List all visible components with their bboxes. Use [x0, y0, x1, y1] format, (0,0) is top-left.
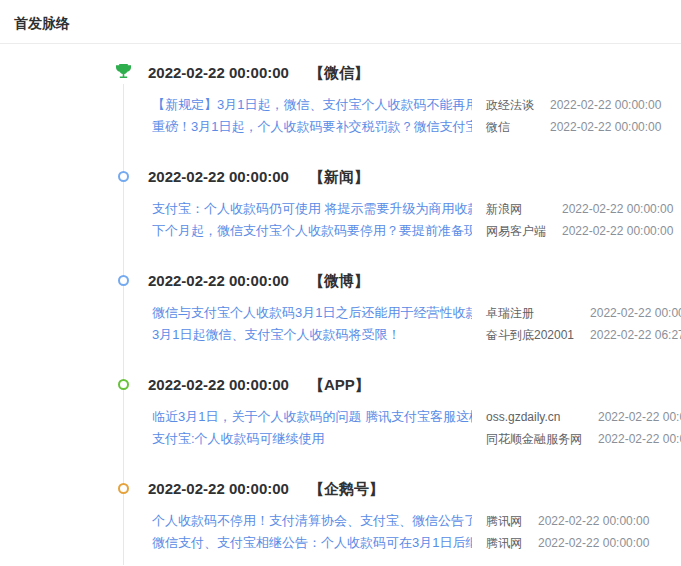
- news-row: 下个月起，微信支付宝个人收款码要停用？要提前准备现金... 网易客户端 2022…: [152, 220, 673, 242]
- news-list: 临近3月1日，关于个人收款码的问题 腾讯支付宝客服这样回应 oss.gzdail…: [152, 406, 681, 450]
- timeline-node-icon: [118, 483, 129, 494]
- group-category: 【APP】: [309, 376, 370, 394]
- news-title-link[interactable]: 微信与支付宝个人收款码3月1日之后还能用于经营性收款吗: [152, 302, 472, 324]
- news-title-link[interactable]: 重磅！3月1日起，个人收款码要补交税罚款？微信支付宝回...: [152, 116, 472, 138]
- timeline-node-icon: [118, 171, 129, 182]
- news-source: 腾讯网: [486, 510, 538, 532]
- news-source: 奋斗到底202001: [486, 324, 590, 346]
- group-header: 2022-02-22 00:00:00 【APP】: [148, 376, 681, 394]
- news-row: 微信与支付宝个人收款码3月1日之后还能用于经营性收款吗 卓瑞注册 2022-02…: [152, 302, 681, 324]
- news-row: 支付宝:个人收款码可继续使用 同花顺金融服务网 2022-02-22 00:00…: [152, 428, 681, 450]
- news-row: 支付宝：个人收款码仍可使用 将提示需要升级为商用收款码... 新浪网 2022-…: [152, 198, 673, 220]
- group-header: 2022-02-22 00:00:00 【企鹅号】: [148, 480, 681, 498]
- news-row: 微信支付、支付宝相继公告：个人收款码可在3月1日后继续... 腾讯网 2022-…: [152, 532, 649, 554]
- timeline-node-icon: [118, 275, 129, 286]
- news-time: 2022-02-22 00:00:00: [562, 198, 673, 220]
- news-time: 2022-02-22 00:00:00: [598, 406, 681, 428]
- news-title-link[interactable]: 支付宝：个人收款码仍可使用 将提示需要升级为商用收款码...: [152, 198, 472, 220]
- news-list: 个人收款码不停用！支付清算协会、支付宝、微信公告了 腾讯网 2022-02-22…: [152, 510, 649, 554]
- group-datetime: 2022-02-22 00:00:00: [148, 168, 289, 186]
- news-title-link[interactable]: 下个月起，微信支付宝个人收款码要停用？要提前准备现金...: [152, 220, 472, 242]
- news-time: 2022-02-22 00:00:00: [590, 302, 681, 324]
- news-time: 2022-02-22 00:00:00: [562, 220, 673, 242]
- news-list: 支付宝：个人收款码仍可使用 将提示需要升级为商用收款码... 新浪网 2022-…: [152, 198, 673, 242]
- page-title: 首发脉络: [14, 15, 667, 31]
- news-time: 2022-02-22 00:00:00: [550, 116, 661, 138]
- timeline-group: 2022-02-22 00:00:00 【企鹅号】 个人收款码不停用！支付清算协…: [118, 480, 681, 554]
- news-title-link[interactable]: 支付宝:个人收款码可继续使用: [152, 428, 472, 450]
- news-time: 2022-02-22 00:00:00: [598, 428, 681, 450]
- news-list: 【新规定】3月1日起，微信、支付宝个人收款码不能再用于... 政经法谈 2022…: [152, 94, 661, 138]
- group-category: 【微博】: [309, 272, 369, 290]
- news-row: 3月1日起微信、支付宝个人收款码将受限！ 奋斗到底202001 2022-02-…: [152, 324, 681, 346]
- group-datetime: 2022-02-22 00:00:00: [148, 272, 289, 290]
- group-category: 【企鹅号】: [309, 480, 384, 498]
- group-datetime: 2022-02-22 00:00:00: [148, 480, 289, 498]
- timeline-group: 2022-02-22 00:00:00 【新闻】 支付宝：个人收款码仍可使用 将…: [118, 168, 681, 242]
- news-row: 个人收款码不停用！支付清算协会、支付宝、微信公告了 腾讯网 2022-02-22…: [152, 510, 649, 532]
- news-title-link[interactable]: 3月1日起微信、支付宝个人收款码将受限！: [152, 324, 472, 346]
- group-category: 【新闻】: [309, 168, 369, 186]
- group-datetime: 2022-02-22 00:00:00: [148, 376, 289, 394]
- timeline-group: 2022-02-22 00:00:00 【微博】 微信与支付宝个人收款码3月1日…: [118, 272, 681, 346]
- timeline: 2022-02-22 00:00:00 【微信】 【新规定】3月1日起，微信、支…: [118, 44, 681, 565]
- news-title-link[interactable]: 临近3月1日，关于个人收款码的问题 腾讯支付宝客服这样回应: [152, 406, 472, 428]
- news-title-link[interactable]: 个人收款码不停用！支付清算协会、支付宝、微信公告了: [152, 510, 472, 532]
- news-list: 微信与支付宝个人收款码3月1日之后还能用于经营性收款吗 卓瑞注册 2022-02…: [152, 302, 681, 346]
- group-category: 【微信】: [309, 64, 369, 82]
- news-title-link[interactable]: 【新规定】3月1日起，微信、支付宝个人收款码不能再用于...: [152, 94, 472, 116]
- page-header: 首发脉络: [0, 0, 681, 44]
- news-source: 新浪网: [486, 198, 562, 220]
- group-header: 2022-02-22 00:00:00 【微信】: [148, 64, 681, 82]
- timeline-node-icon: [118, 379, 129, 390]
- timeline-group: 2022-02-22 00:00:00 【APP】 临近3月1日，关于个人收款码…: [118, 376, 681, 450]
- news-time: 2022-02-22 06:27:53: [590, 324, 681, 346]
- news-source: 同花顺金融服务网: [486, 428, 598, 450]
- timeline-group: 2022-02-22 00:00:00 【微信】 【新规定】3月1日起，微信、支…: [118, 64, 681, 138]
- news-source: oss.gzdaily.cn: [486, 406, 598, 428]
- news-source: 卓瑞注册: [486, 302, 590, 324]
- news-title-link[interactable]: 微信支付、支付宝相继公告：个人收款码可在3月1日后继续...: [152, 532, 472, 554]
- news-time: 2022-02-22 00:00:00: [538, 510, 649, 532]
- group-header: 2022-02-22 00:00:00 【微博】: [148, 272, 681, 290]
- trophy-icon: [116, 64, 131, 81]
- news-row: 【新规定】3月1日起，微信、支付宝个人收款码不能再用于... 政经法谈 2022…: [152, 94, 661, 116]
- news-row: 临近3月1日，关于个人收款码的问题 腾讯支付宝客服这样回应 oss.gzdail…: [152, 406, 681, 428]
- news-source: 网易客户端: [486, 220, 562, 242]
- group-datetime: 2022-02-22 00:00:00: [148, 64, 289, 82]
- news-source: 腾讯网: [486, 532, 538, 554]
- news-time: 2022-02-22 00:00:00: [550, 94, 661, 116]
- news-row: 重磅！3月1日起，个人收款码要补交税罚款？微信支付宝回... 微信 2022-0…: [152, 116, 661, 138]
- news-time: 2022-02-22 00:00:00: [538, 532, 649, 554]
- group-header: 2022-02-22 00:00:00 【新闻】: [148, 168, 681, 186]
- news-source: 政经法谈: [486, 94, 550, 116]
- news-source: 微信: [486, 116, 550, 138]
